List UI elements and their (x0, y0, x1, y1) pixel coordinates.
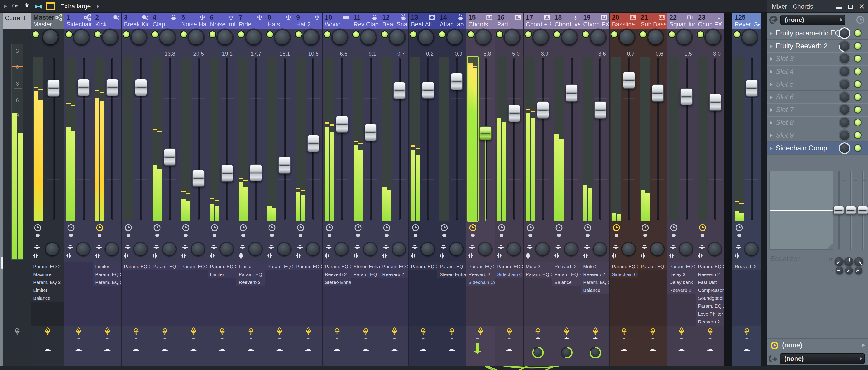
fx-slot-row[interactable] (208, 318, 236, 326)
route-arrow-icon[interactable] (506, 348, 513, 350)
swap-leftright-icon[interactable] (468, 253, 473, 259)
fx-slot-row[interactable] (667, 310, 695, 318)
swap-updown-icon[interactable] (297, 245, 303, 249)
swap-updown-icon[interactable] (555, 245, 561, 249)
route-arrow-icon[interactable] (219, 348, 225, 350)
left-triangle-icon[interactable] (181, 253, 183, 259)
fx-slot-row[interactable] (237, 294, 265, 302)
fx-slot-row[interactable]: Stereo Enhancer (437, 270, 466, 278)
route-arrow-icon[interactable] (75, 348, 82, 350)
swap-updown-icon[interactable] (182, 245, 188, 249)
audio-output-plug-icon[interactable] (448, 327, 456, 336)
down-triangle-icon[interactable] (498, 247, 504, 249)
automation-clock-icon[interactable] (699, 224, 707, 232)
audio-output-plug-icon[interactable] (506, 327, 513, 336)
fx-slot-row[interactable] (733, 286, 761, 294)
stereo-separation-knob[interactable] (335, 243, 348, 256)
fx-slot-row[interactable] (150, 302, 179, 310)
slot-mix-knob[interactable] (839, 53, 850, 65)
fx-slot-row[interactable] (380, 302, 408, 310)
slot-arrow-icon[interactable] (770, 45, 773, 48)
fx-slot-row[interactable] (322, 286, 351, 294)
fx-slot-row[interactable] (122, 310, 150, 318)
up-triangle-icon[interactable] (326, 245, 332, 246)
fx-slot-row[interactable] (208, 302, 236, 310)
fx-slot-row[interactable]: Limiter (93, 263, 121, 270)
slot-arrow-icon[interactable] (770, 108, 773, 111)
audio-output-plug-icon[interactable] (161, 327, 168, 336)
down-triangle-icon[interactable] (736, 247, 741, 249)
stereo-separation-knob[interactable] (163, 243, 176, 256)
route-chevron-icon[interactable] (364, 338, 368, 339)
channel-header[interactable]: 11Rev Clap (351, 13, 380, 29)
swap-updown-icon[interactable] (613, 245, 619, 249)
fx-slot-row[interactable]: Mute 2 (581, 263, 610, 270)
fx-slot-row[interactable] (31, 302, 64, 310)
route-arrow-icon[interactable] (391, 348, 398, 350)
fx-slot-row[interactable]: Delay 3 (667, 270, 695, 278)
stereo-separation-knob[interactable] (450, 243, 463, 256)
fx-slot-row[interactable] (150, 318, 179, 326)
swap-updown-icon[interactable] (527, 245, 532, 249)
right-triangle-icon[interactable] (442, 253, 444, 259)
fx-slot-row[interactable]: Param. EQ 2 (179, 263, 208, 270)
route-chevron-icon[interactable] (163, 338, 167, 339)
send-amount-knob[interactable] (561, 347, 572, 359)
fx-slot-row[interactable]: Reeverb 2 (733, 263, 761, 270)
swap-updown-icon[interactable] (153, 245, 159, 249)
channel-header[interactable]: 22Squar..luck (667, 13, 695, 29)
fx-slot-row[interactable] (64, 263, 93, 270)
route-chevron-icon[interactable] (306, 338, 310, 339)
automation-clock-icon[interactable] (67, 224, 75, 232)
effect-slot-4[interactable]: Slot 4 (767, 65, 868, 78)
swap-leftright-icon[interactable] (239, 253, 243, 259)
fx-slot-row[interactable] (150, 278, 179, 286)
left-triangle-icon[interactable] (583, 253, 585, 259)
channel-header[interactable]: 8Hats (265, 13, 293, 29)
channel-header[interactable]: 3Break Kick (122, 13, 150, 29)
route-chevron-icon[interactable] (450, 338, 454, 339)
fx-slot-row[interactable] (265, 302, 293, 310)
fader-handle[interactable] (479, 127, 492, 140)
fx-slot-row[interactable] (437, 278, 466, 286)
fx-slot-row[interactable] (610, 302, 638, 310)
up-triangle-icon[interactable] (584, 245, 590, 246)
fx-slot-row[interactable] (552, 294, 581, 302)
track-dot-indicator[interactable] (701, 234, 704, 237)
pan-knob[interactable] (333, 30, 347, 44)
route-arrow-icon[interactable] (420, 348, 426, 350)
swap-updown-icon[interactable] (498, 245, 504, 249)
fx-slot-row[interactable] (638, 310, 667, 318)
swap-leftright-icon[interactable] (612, 253, 616, 259)
fader-handle[interactable] (221, 165, 233, 182)
fx-slot-row[interactable] (552, 302, 581, 310)
track-dot-indicator[interactable] (184, 234, 188, 237)
swap-updown-icon[interactable] (440, 245, 446, 249)
stereo-separation-knob[interactable] (364, 243, 377, 256)
fx-slot-row[interactable] (610, 318, 638, 326)
stereo-separation-knob[interactable] (622, 243, 635, 256)
channel-header[interactable]: 19Chord FX (581, 13, 610, 29)
fx-slot-row[interactable] (524, 286, 552, 294)
right-triangle-icon[interactable] (98, 253, 100, 259)
route-chevron-icon[interactable] (249, 338, 253, 339)
fx-slot-row[interactable] (93, 294, 121, 302)
fx-slot-row[interactable] (380, 294, 408, 302)
swap-updown-icon[interactable] (584, 245, 590, 249)
fx-slot-row[interactable] (495, 294, 523, 302)
fx-slot-row[interactable]: Param. EQ 2 (524, 270, 552, 278)
mute-led[interactable] (497, 31, 502, 37)
eq-band-slider-handle-1[interactable] (833, 206, 844, 214)
left-triangle-icon[interactable] (33, 253, 35, 259)
fx-slot-row[interactable] (237, 302, 265, 310)
fx-slot-row[interactable] (294, 294, 322, 302)
route-arrow-icon[interactable] (305, 348, 311, 350)
fx-slot-row[interactable] (179, 310, 208, 318)
fx-slot-row[interactable] (524, 310, 552, 318)
channel-header[interactable]: MasterMaster (31, 13, 64, 29)
fader-handle[interactable] (508, 105, 520, 122)
mute-led[interactable] (123, 31, 129, 37)
down-triangle-icon[interactable] (67, 247, 73, 249)
fx-slot-row[interactable]: Param. EQ 2 (638, 263, 667, 270)
fx-slot-row[interactable]: Param. EQ 2 (437, 263, 466, 270)
